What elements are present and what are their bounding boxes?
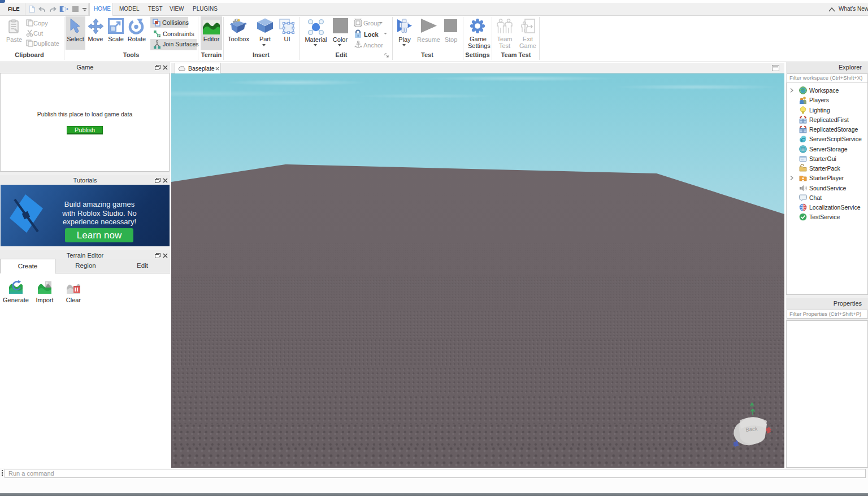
svg-text:Back: Back bbox=[745, 425, 758, 433]
